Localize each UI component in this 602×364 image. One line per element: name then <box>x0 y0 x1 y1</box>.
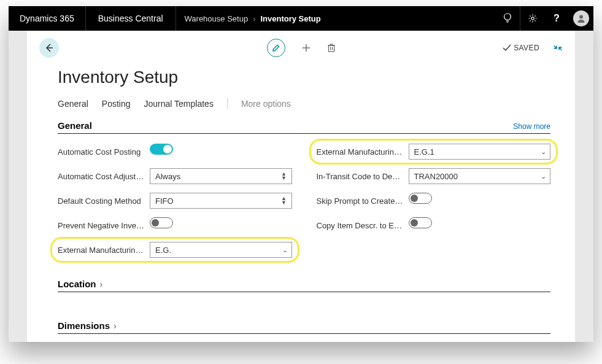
label-default-costing: Default Costing Method <box>58 196 150 206</box>
svg-rect-7 <box>328 45 334 52</box>
label-prevent-neg: Prevent Negative Invent... <box>58 221 150 230</box>
chevron-right-icon: › <box>114 321 117 331</box>
updown-icon: ▲▼ <box>279 193 289 208</box>
lookup-ext-mfg-2[interactable]: E.G.1 ⌄ <box>409 144 551 160</box>
section-location-title: Location <box>58 279 96 289</box>
tab-divider <box>227 98 228 109</box>
saved-label: SAVED <box>514 44 539 52</box>
lookup-in-transit[interactable]: TRAN20000 ⌄ <box>409 168 551 184</box>
toggle-prevent-neg[interactable] <box>150 217 173 228</box>
breadcrumb-parent[interactable]: Warehouse Setup <box>185 14 249 23</box>
page-title: Inventory Setup <box>58 68 550 87</box>
select-default-costing-value: FIFO <box>155 196 174 206</box>
saved-indicator: SAVED <box>503 44 539 52</box>
updown-icon: ▲▼ <box>279 169 289 184</box>
chevron-right-icon: › <box>253 14 255 23</box>
lightbulb-icon[interactable] <box>495 6 520 31</box>
select-auto-cost-adjust[interactable]: Always ▲▼ <box>150 168 292 184</box>
chevron-down-icon: ⌄ <box>541 148 546 156</box>
svg-point-2 <box>531 17 533 20</box>
label-skip-prompt: Skip Prompt to Create It... <box>317 196 409 206</box>
select-default-costing[interactable]: FIFO ▲▼ <box>150 193 292 209</box>
brand-dynamics[interactable]: Dynamics 365 <box>9 6 86 31</box>
delete-button[interactable] <box>327 43 336 53</box>
lookup-ext-mfg-1-value: E.G. <box>155 246 171 255</box>
svg-point-3 <box>579 15 583 19</box>
label-ext-mfg-2: External Manufacturing J... <box>317 147 409 157</box>
edit-button[interactable] <box>267 39 285 57</box>
label-ext-mfg-1: External Manufacturing J... <box>58 246 150 255</box>
page-toolbar: SAVED <box>27 31 575 65</box>
brand-business-central[interactable]: Business Central <box>86 6 176 31</box>
section-dimensions-header[interactable]: Dimensions › <box>58 320 550 334</box>
top-bar: Dynamics 365 Business Central Warehouse … <box>9 6 593 31</box>
avatar[interactable] <box>569 6 593 31</box>
breadcrumb: Warehouse Setup › Inventory Setup <box>176 14 330 23</box>
frame-edge-left <box>9 31 27 342</box>
section-general-header[interactable]: General Show more <box>58 120 550 134</box>
label-auto-cost-adjust: Automatic Cost Adjustm... <box>58 172 150 181</box>
section-dimensions-title: Dimensions <box>58 320 110 331</box>
chevron-down-icon: ⌄ <box>282 246 288 254</box>
chevron-down-icon: ⌄ <box>541 172 546 180</box>
tab-posting[interactable]: Posting <box>102 99 131 109</box>
collapse-icon[interactable] <box>553 43 563 53</box>
tab-more-options[interactable]: More options <box>241 99 291 109</box>
show-more-link[interactable]: Show more <box>513 122 550 131</box>
back-button[interactable] <box>39 38 59 58</box>
section-location-header[interactable]: Location › <box>58 279 550 292</box>
chevron-right-icon: › <box>100 279 103 289</box>
action-tabs: General Posting Journal Templates More o… <box>58 98 550 109</box>
breadcrumb-current: Inventory Setup <box>260 14 320 23</box>
section-general-title: General <box>58 120 92 131</box>
toggle-auto-cost-posting[interactable] <box>150 144 173 155</box>
toggle-skip-prompt[interactable] <box>409 193 432 204</box>
label-in-transit: In-Transit Code to Deposit <box>317 172 409 181</box>
toggle-copy-item[interactable] <box>409 217 432 228</box>
lookup-ext-mfg-2-value: E.G.1 <box>414 147 434 157</box>
gear-icon[interactable] <box>520 6 544 31</box>
new-button[interactable] <box>301 43 311 53</box>
frame-edge-right <box>575 31 593 342</box>
lookup-ext-mfg-1[interactable]: E.G. ⌄ <box>150 242 292 258</box>
select-auto-cost-adjust-value: Always <box>155 172 180 181</box>
tab-general[interactable]: General <box>58 99 88 109</box>
help-icon[interactable]: ? <box>544 6 569 31</box>
label-auto-cost-posting: Automatic Cost Posting <box>58 147 150 157</box>
lookup-in-transit-value: TRAN20000 <box>414 172 458 181</box>
label-copy-item: Copy Item Descr. to Entri... <box>317 221 409 230</box>
tab-journal-templates[interactable]: Journal Templates <box>144 99 214 109</box>
